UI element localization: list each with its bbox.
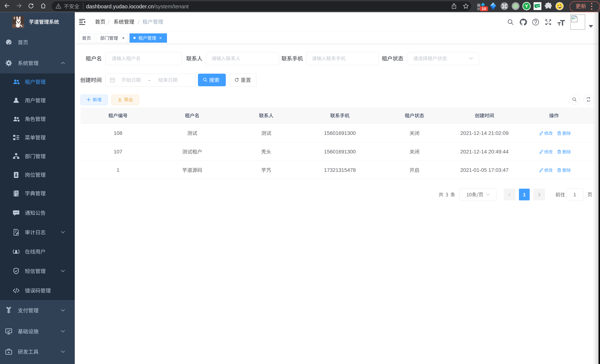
svg-text:10: 10	[482, 7, 486, 11]
